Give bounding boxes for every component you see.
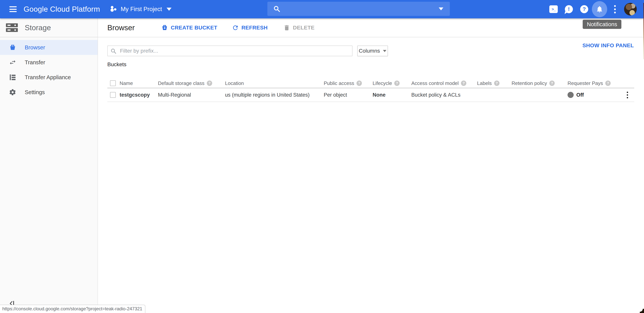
filter-search-icon [110,48,116,54]
row-menu-button[interactable] [626,91,629,100]
cloud-shell-button[interactable]: >_ [546,0,561,18]
help-icon: ? [580,5,588,13]
column-header-storage-class: Default storage class ? [158,79,225,88]
notifications-tooltip: Notifications [583,20,622,29]
sidebar-item-label: Browser [25,44,45,51]
vertical-dots-icon [614,5,616,13]
sidebar-item-label: Transfer [25,59,45,66]
select-all-checkbox[interactable] [110,80,116,86]
cell-retention [512,88,568,102]
column-header-location: Location [225,79,324,88]
sidebar-item-transfer-appliance[interactable]: Transfer Appliance [0,70,98,85]
status-off-indicator [568,92,574,98]
bucket-icon [8,44,17,51]
column-header-requester-pays: Requester Pays ? [568,79,608,88]
sidebar-item-label: Settings [25,89,45,95]
notifications-button[interactable] [592,0,607,18]
bucket-plus-icon [161,24,168,31]
body-row: Browser Transfer [0,37,644,313]
gcp-logo[interactable]: Google Cloud Platform [24,5,100,13]
filter-input[interactable] [107,45,352,56]
appliance-list-icon [8,74,17,81]
refresh-label: REFRESH [242,25,268,31]
chevron-down-icon [383,50,386,52]
row-checkbox[interactable] [110,92,116,98]
bucket-name-link[interactable]: testgcscopy [120,88,158,102]
notification-halo [592,1,607,17]
product-title: Storage [25,23,51,32]
cell-location: us (multiple regions in United States) [225,88,324,102]
project-selector[interactable]: My First Project [110,5,172,13]
cell-access-control: Bucket policy & ACLs [411,88,477,102]
columns-button[interactable]: Columns [357,45,388,56]
bucket-table-row: testgcscopy Multi-Regional us (multiple … [107,88,634,102]
cell-lifecycle: None [372,88,411,102]
column-header-retention: Retention policy ? [512,79,568,88]
buckets-table-header: Name Default storage class ? Location Pu… [107,79,634,88]
help-circle-icon[interactable]: ? [549,81,555,86]
main-content: Columns Buckets Name Default storage cla… [98,37,644,313]
cell-labels [477,88,512,102]
status-bar: https://console.cloud.google.com/storage… [0,305,145,313]
sidebar-item-settings[interactable]: Settings [0,85,98,100]
column-header-name[interactable]: Name [120,79,158,88]
app-bar: Google Cloud Platform My First Project [0,0,644,18]
sidebar-item-browser[interactable]: Browser [0,40,98,55]
appbar-search[interactable] [268,2,450,16]
project-name: My First Project [121,6,162,13]
delete-button[interactable]: DELETE [283,24,314,31]
trash-icon [283,24,290,31]
bell-icon [596,5,603,13]
project-hexagons-icon [110,5,117,13]
storage-product-icon [6,23,18,32]
feedback-button[interactable]: ! [561,0,576,18]
show-info-panel-button[interactable]: SHOW INFO PANEL [582,42,634,49]
search-icon [273,5,280,12]
cell-requester-pays: Off [568,88,608,102]
buckets-section-label: Buckets [107,61,644,68]
refresh-button[interactable]: REFRESH [232,24,268,31]
terminal-icon: >_ [549,5,558,13]
search-input[interactable] [284,5,439,12]
help-circle-icon[interactable]: ? [207,81,212,86]
more-options-button[interactable] [607,0,622,18]
cell-public-access: Per object [324,88,372,102]
help-button[interactable]: ? [576,0,592,18]
account-avatar[interactable] [624,3,637,15]
gear-icon [8,89,17,96]
menu-icon[interactable] [10,6,17,12]
column-header-public-access: Public access ? [324,79,372,88]
sidebar-item-transfer[interactable]: Transfer [0,55,98,70]
filter-box [107,45,352,56]
appbar-actions: >_ ! ? [546,0,644,18]
product-header: Storage [0,18,98,37]
product-sidebar: Browser Transfer [0,37,98,313]
help-circle-icon[interactable]: ? [356,81,362,86]
gcp-console-screen: Google Cloud Platform My First Project [0,0,644,313]
screen-corner-artifact [640,309,644,313]
column-header-access-control: Access control model ? [411,79,477,88]
refresh-icon [232,24,239,31]
page-toolbar: Browser CREATE BUCKET REFRESH [98,18,644,37]
create-bucket-button[interactable]: CREATE BUCKET [161,24,217,31]
cell-storage-class: Multi-Regional [158,88,225,102]
sidebar-item-label: Transfer Appliance [25,74,71,81]
feedback-icon: ! [565,5,573,13]
help-circle-icon[interactable]: ? [494,81,500,86]
help-circle-icon[interactable]: ? [461,81,466,86]
columns-label: Columns [359,48,380,54]
chevron-down-icon [166,8,172,11]
toolbar-row: Storage Browser CREATE BUCKET REFRESH [0,18,644,37]
filter-row: Columns [107,45,644,56]
help-circle-icon[interactable]: ? [394,81,400,86]
search-dropdown-icon[interactable] [439,7,443,10]
create-bucket-label: CREATE BUCKET [171,25,217,31]
page-title: Browser [107,23,135,32]
delete-label: DELETE [293,25,314,31]
swap-arrows-icon [8,59,17,66]
column-header-lifecycle: Lifecycle ? [372,79,411,88]
column-header-labels: Labels ? [477,79,512,88]
